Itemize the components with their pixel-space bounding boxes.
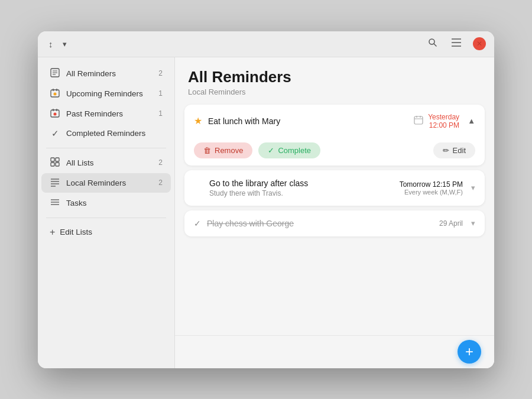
svg-rect-19 [51,163,54,166]
sort-icon: ↕ [48,39,53,49]
sidebar-item-count: 2 [158,158,163,167]
plus-icon: + [465,343,473,360]
reminder-actions: 🗑 Remove ✓ Complete ✏ Edit [184,138,485,166]
svg-rect-18 [56,158,59,161]
sidebar-item-all-lists[interactable]: All Lists 2 [41,153,171,173]
all-lists-icon [50,157,60,168]
sidebar-item-label: All Reminders [66,69,153,78]
pencil-icon: ✏ [443,146,449,155]
reminder-row[interactable]: Go to the library after class Study ther… [184,170,485,206]
dropdown-button[interactable]: ▾ [60,37,69,51]
sidebar-item-local-reminders[interactable]: Local Reminders 2 [41,173,171,193]
completed-reminders-icon: ✓ [50,128,60,139]
svg-point-16 [54,112,57,115]
search-icon [428,38,437,47]
reminder-meta: Yesterday 12:00 PM ▲ [414,113,475,129]
svg-line-1 [434,44,436,46]
sidebar-item-upcoming-reminders[interactable]: Upcoming Reminders 1 [41,84,171,103]
sidebar-item-label: Upcoming Reminders [66,89,153,98]
reminder-card-library: Go to the library after class Study ther… [184,170,485,206]
sidebar-item-label: Past Reminders [66,109,153,118]
reminders-list: ★ Eat lunch with Mary [175,102,494,335]
reminder-meta: Tomorrow 12:15 PM Every week (M,W,F) ▾ [400,180,475,196]
all-reminders-icon [50,68,60,79]
reminder-subtitle: Study there with Travis. [209,189,400,197]
chevron-down-icon: ▾ [471,183,475,192]
edit-lists-item[interactable]: + Edit Lists [41,223,171,242]
reminder-card-eat-lunch: ★ Eat lunch with Mary [184,105,485,166]
tasks-icon [50,197,60,209]
titlebar-right: ✕ [426,35,486,52]
sort-button[interactable]: ↕ [46,37,56,51]
sidebar-section-reminders: All Reminders 2 Upcoming Reminders 1 [38,64,174,143]
edit-button[interactable]: ✏ Edit [433,142,475,158]
add-reminder-button[interactable]: + [458,340,481,364]
reminder-date: Tomorrow 12:15 PM Every week (M,W,F) [400,180,463,196]
search-button[interactable] [426,35,440,52]
sidebar-item-label: Local Reminders [66,179,153,187]
reminder-title: Go to the library after class [209,179,400,188]
edit-lists-icon: + [50,227,55,238]
edit-lists-label: Edit Lists [60,228,92,236]
content-area: All Reminders Local Reminders ★ Eat lunc… [175,57,494,368]
reminder-text: Eat lunch with Mary [208,116,414,126]
trash-icon: 🗑 [203,146,211,155]
reminder-text: Play chess with George [207,219,439,228]
sidebar-item-tasks[interactable]: Tasks [41,193,171,213]
sidebar-item-label: Completed Reminders [66,129,157,138]
sidebar-divider [46,148,166,148]
svg-rect-20 [56,163,59,166]
sidebar-item-count: 1 [158,109,163,118]
dropdown-icon: ▾ [63,40,67,48]
page-subtitle: Local Reminders [188,87,481,96]
reminder-title: Play chess with George [207,219,439,228]
reminder-text: Go to the library after class Study ther… [209,179,400,197]
calendar-icon [414,115,423,126]
sidebar-item-completed-reminders[interactable]: ✓ Completed Reminders [41,124,171,143]
reminder-date-top: Yesterday [428,113,459,121]
check-icon: ✓ [268,146,274,155]
local-reminders-icon [50,177,60,189]
sidebar: All Reminders 2 Upcoming Reminders 1 [38,57,175,368]
chevron-down-icon: ▾ [471,219,475,228]
upcoming-reminders-icon [50,88,60,99]
main-content: All Reminders 2 Upcoming Reminders 1 [38,57,494,368]
sidebar-divider-2 [46,218,166,218]
svg-rect-28 [414,116,423,124]
past-reminders-icon [50,108,60,119]
svg-rect-17 [51,158,54,161]
sidebar-item-count: 2 [158,179,163,187]
reminder-date-line2: Every week (M,W,F) [400,189,463,196]
reminder-date-bottom: 12:00 PM [428,121,459,129]
page-title: All Reminders [188,68,481,86]
content-header: All Reminders Local Reminders [175,57,494,102]
reminder-meta: 29 April ▾ [439,219,475,228]
chevron-up-icon: ▲ [468,116,475,125]
sidebar-item-count: 2 [158,69,163,77]
sidebar-section-lists: All Lists 2 Local Reminders 2 [38,153,174,213]
remove-button[interactable]: 🗑 Remove [194,142,252,158]
sidebar-item-all-reminders[interactable]: All Reminders 2 [41,64,171,83]
check-complete-icon: ✓ [194,219,201,228]
sidebar-item-label: Tasks [66,199,157,207]
reminder-date: Yesterday 12:00 PM [428,113,459,129]
sidebar-item-label: All Lists [66,158,153,167]
star-icon: ★ [194,115,202,126]
reminder-title: Eat lunch with Mary [208,116,414,126]
reminder-card-chess: ✓ Play chess with George 29 April ▾ [184,210,485,236]
titlebar: ↕ ▾ ✕ [38,31,494,57]
svg-point-12 [54,92,57,95]
sidebar-item-count: 1 [158,89,163,98]
app-window: ↕ ▾ ✕ [38,31,494,368]
menu-button[interactable] [449,36,463,51]
sidebar-item-past-reminders[interactable]: Past Reminders 1 [41,104,171,124]
reminder-row[interactable]: ✓ Play chess with George 29 April ▾ [184,210,485,236]
complete-button[interactable]: ✓ Complete [258,142,320,158]
titlebar-left: ↕ ▾ [46,37,69,51]
reminder-date-single: 29 April [439,219,463,228]
close-icon: ✕ [476,40,482,48]
reminder-row[interactable]: ★ Eat lunch with Mary [184,105,485,138]
content-footer: + [175,335,494,368]
menu-icon [452,38,461,47]
close-button[interactable]: ✕ [473,37,486,50]
